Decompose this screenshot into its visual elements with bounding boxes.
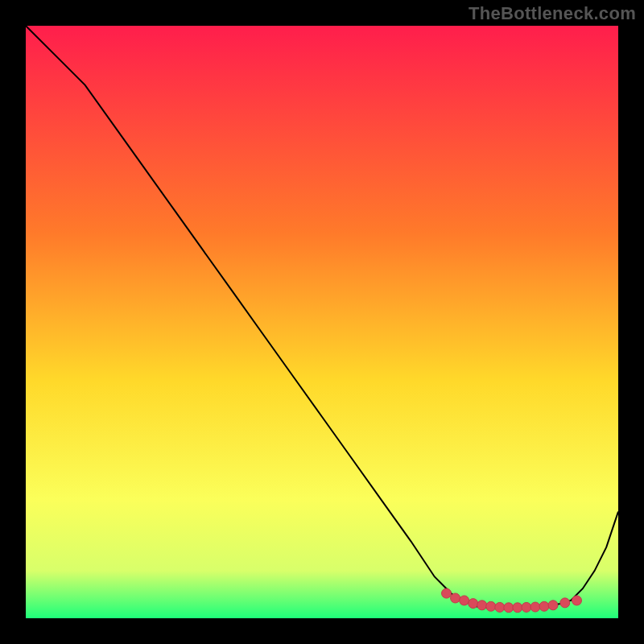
optimum-marker [477, 601, 487, 610]
chart-frame: TheBottleneck.com [0, 0, 644, 644]
optimum-marker [560, 598, 570, 608]
optimum-marker [486, 601, 496, 611]
optimum-marker [522, 602, 531, 612]
optimum-marker [530, 602, 540, 612]
optimum-marker [513, 603, 522, 613]
optimum-marker [548, 601, 558, 610]
watermark-label: TheBottleneck.com [469, 3, 636, 24]
optimum-marker [539, 601, 549, 611]
gradient-plot-area [26, 26, 618, 618]
optimum-marker [469, 599, 478, 609]
optimum-marker [460, 596, 469, 605]
bottleneck-chart [26, 26, 618, 618]
optimum-marker [451, 593, 460, 603]
optimum-marker [495, 602, 505, 612]
optimum-marker [504, 603, 514, 613]
optimum-marker [572, 596, 581, 605]
optimum-marker [442, 588, 452, 598]
